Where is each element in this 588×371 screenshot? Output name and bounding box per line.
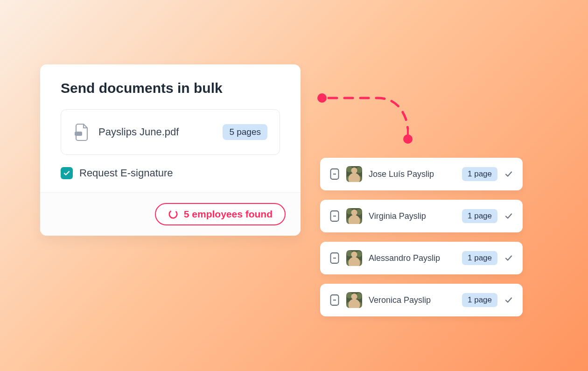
- document-icon: [329, 294, 340, 306]
- document-icon: [329, 210, 340, 222]
- file-name: Payslips June.pdf: [98, 126, 213, 138]
- employees-found-button[interactable]: 5 employees found: [155, 203, 286, 225]
- check-icon: [504, 295, 513, 305]
- employee-rows: Jose Luís Payslip 1 page Virginia Paysli…: [320, 158, 523, 316]
- employees-found-label: 5 employees found: [184, 209, 273, 220]
- pages-badge: 1 page: [462, 209, 497, 223]
- employee-row[interactable]: Veronica Payslip 1 page: [320, 284, 523, 316]
- pages-badge: 1 page: [462, 293, 497, 307]
- pages-badge: 1 page: [462, 167, 497, 181]
- employee-row[interactable]: Virginia Payslip 1 page: [320, 200, 523, 232]
- card-title: Send documents in bulk: [61, 80, 280, 96]
- file-upload-well[interactable]: PDF Payslips June.pdf 5 pages: [61, 109, 280, 155]
- esignature-checkbox[interactable]: [61, 167, 73, 179]
- pdf-file-icon: PDF: [73, 123, 89, 141]
- avatar: [346, 250, 362, 266]
- esignature-label: Request E-signature: [79, 167, 173, 179]
- document-icon: [329, 168, 340, 180]
- spinner-icon: [168, 209, 178, 219]
- avatar: [346, 208, 362, 224]
- check-icon: [504, 211, 513, 221]
- connector-line: [315, 91, 422, 147]
- svg-point-3: [317, 93, 327, 103]
- employee-name: Jose Luís Payslip: [369, 169, 455, 179]
- pages-badge: 1 page: [462, 251, 497, 265]
- avatar: [346, 292, 362, 308]
- employee-row[interactable]: Jose Luís Payslip 1 page: [320, 158, 523, 190]
- bulk-send-card: Send documents in bulk PDF Payslips June…: [40, 64, 301, 236]
- file-pages-badge: 5 pages: [223, 124, 267, 140]
- svg-text:PDF: PDF: [76, 133, 82, 135]
- employee-name: Virginia Payslip: [369, 211, 455, 221]
- document-icon: [329, 252, 340, 264]
- card-body: Send documents in bulk PDF Payslips June…: [40, 64, 301, 192]
- esignature-row[interactable]: Request E-signature: [61, 167, 280, 179]
- svg-point-5: [403, 134, 413, 144]
- avatar: [346, 166, 362, 182]
- employee-name: Veronica Payslip: [369, 295, 455, 305]
- card-footer: 5 employees found: [40, 192, 301, 236]
- employee-row[interactable]: Alessandro Payslip 1 page: [320, 242, 523, 274]
- svg-point-2: [168, 209, 178, 219]
- check-icon: [504, 253, 513, 263]
- check-icon: [504, 169, 513, 179]
- employee-name: Alessandro Payslip: [369, 253, 455, 263]
